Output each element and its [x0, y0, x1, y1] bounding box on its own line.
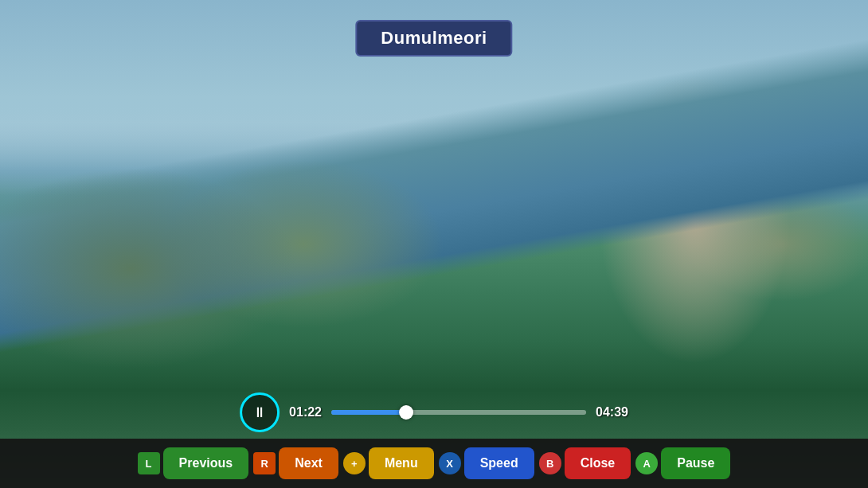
- total-time: 04:39: [596, 405, 628, 420]
- bottom-bar: L Previous R Next + Menu X Speed B Close…: [0, 439, 868, 488]
- badge-a: A: [635, 452, 658, 474]
- previous-button[interactable]: Previous: [163, 447, 249, 479]
- title-box: Dumulmeori: [355, 20, 512, 57]
- next-button[interactable]: Next: [279, 447, 338, 479]
- pause-group: A Pause: [635, 447, 730, 479]
- pause-icon: ⏸: [252, 405, 267, 420]
- playback-bar: ⏸ 01:22 04:39: [240, 392, 628, 432]
- menu-group: + Menu: [343, 447, 434, 479]
- menu-button[interactable]: Menu: [369, 447, 434, 479]
- progress-track[interactable]: [331, 410, 586, 415]
- close-group: B Close: [539, 447, 631, 479]
- badge-r: R: [253, 452, 276, 474]
- next-group: R Next: [253, 447, 338, 479]
- badge-x: X: [439, 452, 461, 474]
- badge-l: L: [138, 452, 160, 474]
- progress-thumb[interactable]: [399, 405, 413, 420]
- pause-action-button[interactable]: Pause: [661, 447, 730, 479]
- speed-group: X Speed: [439, 447, 534, 479]
- close-button[interactable]: Close: [565, 447, 631, 479]
- previous-group: L Previous: [138, 447, 249, 479]
- current-time: 01:22: [289, 405, 322, 420]
- badge-b: B: [539, 452, 561, 474]
- video-title: Dumulmeori: [381, 28, 487, 48]
- badge-plus: +: [343, 452, 366, 474]
- progress-fill: [331, 410, 406, 415]
- pause-button[interactable]: ⏸: [240, 392, 280, 432]
- speed-button[interactable]: Speed: [464, 447, 534, 479]
